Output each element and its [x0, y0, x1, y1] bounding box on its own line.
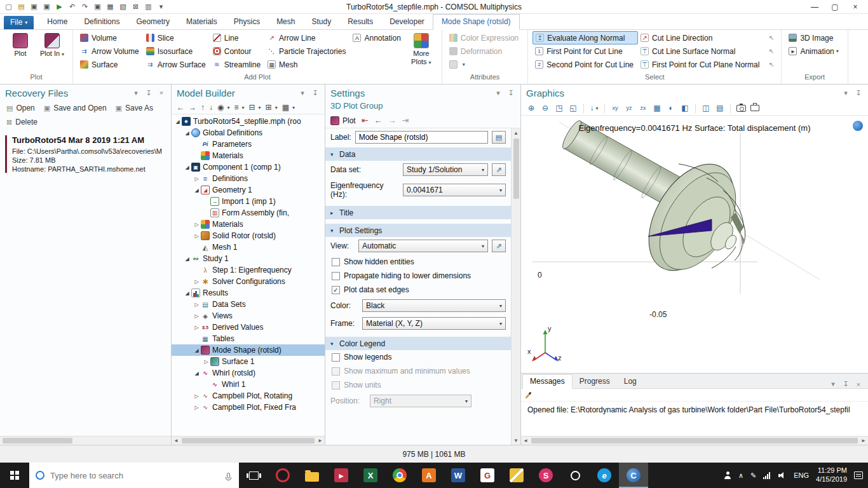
pointer-icon-1[interactable]: ↖	[766, 31, 776, 44]
taskbar-app-orange[interactable]: A	[414, 463, 444, 488]
start-button[interactable]	[0, 463, 29, 488]
show-hidden-entities-row[interactable]: Show hidden entities	[325, 255, 511, 269]
save-as-icon[interactable]	[41, 1, 53, 13]
move-up-icon[interactable]: ↑	[201, 103, 205, 112]
wireframe-icon[interactable]: ▤	[714, 102, 726, 114]
isosurface-button[interactable]: Isosurface	[144, 44, 210, 58]
tree-item-mode-shape[interactable]: ◢Mode Shape (rotsld)	[172, 344, 325, 356]
messages-hscrollbar[interactable]: ◄►	[521, 436, 868, 445]
tab-mesh[interactable]: Mesh	[268, 15, 303, 29]
settings-plot-button[interactable]: Plot	[330, 116, 356, 125]
propagate-hiding-checkbox[interactable]	[332, 272, 340, 280]
settings-pin-icon[interactable]	[506, 89, 515, 97]
settings-menu-icon[interactable]	[494, 89, 503, 97]
tree-item-campbell-fixed[interactable]: ▷Campbell Plot, Fixed Fra	[172, 402, 325, 413]
taskbar-app-word[interactable]: W	[444, 463, 473, 488]
new-file-icon[interactable]	[3, 1, 15, 13]
collapse-all-icon[interactable]: ⊟	[249, 103, 261, 112]
zoom-out-icon[interactable]: ⊖	[539, 102, 552, 114]
label-input[interactable]	[355, 131, 488, 144]
tree-item-definitions[interactable]: ▷Definitions	[172, 173, 325, 184]
tab-results[interactable]: Results	[339, 15, 381, 29]
graphics-help-icon[interactable]	[853, 121, 863, 131]
tree-item-solver-configurations[interactable]: ▷Solver Configurations	[172, 276, 325, 287]
pointer-icon-3[interactable]: ↖	[766, 58, 776, 71]
forward-icon[interactable]: →	[189, 103, 196, 112]
print-icon[interactable]	[749, 102, 761, 114]
volume-icon[interactable]	[778, 472, 787, 479]
taskbar-app-pink[interactable]: S	[531, 463, 560, 488]
messages-menu-icon[interactable]	[829, 380, 837, 388]
eigenfrequency-select[interactable]: 0.0041671	[403, 184, 506, 196]
mb-menu-icon[interactable]	[298, 89, 307, 97]
scene-light-icon[interactable]: ◐	[665, 102, 677, 114]
redo-icon[interactable]	[79, 1, 91, 13]
section-color-legend[interactable]: ▾Color Legend	[325, 337, 511, 350]
cut-line-surface-normal-button[interactable]: Cut Line Surface Normal	[638, 44, 764, 58]
arrow-volume-button[interactable]: Arrow Volume	[78, 44, 144, 58]
pointer-icon-2[interactable]: ↖	[766, 44, 776, 58]
snapshot-camera-icon[interactable]	[735, 102, 747, 114]
more-plots-button[interactable]: More Plots	[405, 31, 437, 67]
tree-item-component-1[interactable]: ◢Component 1 (comp 1)	[172, 161, 325, 173]
tab-developer[interactable]: Developer	[381, 15, 433, 29]
maximize-button[interactable]: ▢	[825, 1, 845, 13]
messages-pin-icon[interactable]	[841, 380, 850, 388]
tab-messages[interactable]: Messages	[522, 374, 573, 389]
scroll-left-icon[interactable]: ◄	[172, 438, 180, 444]
zoom-box-icon[interactable]: ◱	[567, 102, 580, 114]
save-and-open-button[interactable]: Save and Open	[44, 104, 107, 112]
tree-item-results[interactable]: ◢Results	[172, 287, 325, 299]
scroll-right-icon[interactable]: ►	[859, 438, 868, 444]
rename-icon[interactable]: ▤	[492, 131, 506, 144]
scroll-left-icon[interactable]: ◄	[521, 438, 530, 444]
clear-messages-icon[interactable]	[525, 391, 531, 398]
contour-button[interactable]: Contour	[210, 44, 265, 58]
frame-select[interactable]: Material (X, Y, Z)	[362, 317, 506, 330]
view-go-to-icon[interactable]: ⇗	[492, 240, 506, 252]
arrow-surface-button[interactable]: Arrow Surface	[144, 58, 210, 71]
animation-button[interactable]: Animation	[786, 44, 843, 58]
taskbar-app-explorer[interactable]	[297, 463, 327, 488]
view-yz-icon[interactable]: yz	[623, 102, 635, 114]
mb-pin-icon[interactable]	[311, 89, 320, 97]
delete-icon[interactable]	[130, 1, 142, 13]
scroll-up-icon[interactable]: ▲	[513, 128, 519, 137]
people-icon[interactable]	[724, 471, 731, 479]
tree-item-root[interactable]: ◢TurboRotor54_stepfile.mph (roo	[172, 116, 325, 127]
show-grid-icon[interactable]: ▦	[651, 102, 663, 114]
tree-item-surface-1[interactable]: ▷Surface 1	[172, 356, 325, 367]
recovery-entry[interactable]: TurboRotor54 Mar 8 2019 1:21 AM File: C:…	[5, 135, 165, 173]
tree-settings-icon[interactable]: ▦	[282, 103, 295, 112]
taskbar-app-edge[interactable]: e	[590, 463, 619, 488]
line-button[interactable]: Line	[210, 31, 265, 44]
select-box-icon[interactable]: ◫	[700, 102, 712, 114]
tab-study[interactable]: Study	[303, 15, 339, 29]
undo-icon[interactable]	[66, 1, 78, 13]
view-zx-icon[interactable]: zx	[637, 102, 649, 114]
zoom-extents-icon[interactable]: ◳	[553, 102, 566, 114]
model-builder-hscrollbar[interactable]: ◄►	[172, 436, 325, 445]
task-view-button[interactable]	[239, 463, 268, 488]
next-solution-icon[interactable]: →	[388, 116, 397, 125]
section-title[interactable]: ▸Title	[325, 206, 511, 219]
save-as-button[interactable]: Save As	[116, 104, 153, 112]
volume-button[interactable]: Volume	[78, 31, 144, 44]
tab-geometry[interactable]: Geometry	[128, 15, 178, 29]
tree-item-data-sets[interactable]: ▷Data Sets	[172, 299, 325, 310]
tree-item-campbell-rotating[interactable]: ▷Campbell Plot, Rotating	[172, 390, 325, 402]
tree-item-geometry-1[interactable]: ◢Geometry 1	[172, 184, 325, 196]
plot-in-button[interactable]: Plot In	[36, 31, 68, 60]
data-set-select[interactable]: Study 1/Solution	[403, 163, 488, 176]
taskbar-app-media[interactable]: ▸	[327, 463, 356, 488]
clock[interactable]: 11:29 PM 4/15/2019	[816, 466, 847, 484]
pen-icon[interactable]: ✎	[750, 471, 756, 480]
color-select[interactable]: Black	[362, 299, 506, 312]
plot-button[interactable]: Plot	[4, 31, 36, 60]
open-file-icon[interactable]	[15, 1, 27, 13]
transparency-icon[interactable]: ◧	[679, 102, 691, 114]
panel-menu-icon[interactable]	[132, 89, 140, 97]
scroll-down-icon[interactable]: ▼	[513, 436, 519, 445]
surface-button[interactable]: Surface	[78, 58, 144, 71]
tree-item-solid-rotor[interactable]: ▷Solid Rotor (rotsld)	[172, 230, 325, 241]
